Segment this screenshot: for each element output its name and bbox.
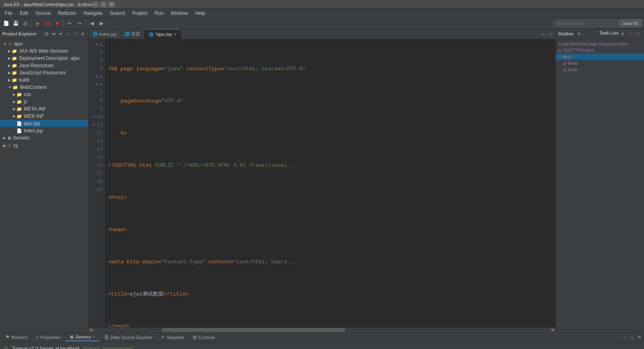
bottom-panel-controls: ─ □ ✕ [621, 334, 642, 341]
print-button[interactable]: 🖨 [21, 19, 30, 28]
outline-icon-body: ◇ [563, 68, 566, 72]
line-1: 1 [90, 41, 103, 49]
tab-servers[interactable]: 🖥 Servers ✕ [65, 333, 99, 341]
minimize-panel-button[interactable]: ─ [65, 31, 71, 37]
outline-close-button[interactable]: ✕ [576, 31, 582, 37]
tab-datasource[interactable]: 🗄 Data Source Explorer [100, 334, 157, 341]
tab-label-servers: Servers [75, 335, 91, 339]
folder-icon-meta: 📁 [17, 107, 22, 112]
tree-item-web-inf[interactable]: ▶ 📁 WEB-INF [0, 113, 88, 120]
tab-markers[interactable]: ⚑ Markers [2, 333, 31, 341]
menu-window[interactable]: Window [167, 10, 191, 17]
close-button[interactable]: ✕ [108, 2, 115, 7]
bottom-maximize-button[interactable]: □ [629, 334, 635, 341]
bottom-minimize-button[interactable]: ─ [621, 334, 628, 341]
bottom-close-button[interactable]: ✕ [636, 334, 642, 341]
tree-item-ajax[interactable]: ▼ ☆ ajax [0, 40, 88, 47]
save-button[interactable]: 💾 [11, 19, 20, 28]
servers-icon: 🖥 [69, 335, 74, 339]
stop-button[interactable]: ■ [53, 19, 62, 28]
scroll-thumb[interactable] [162, 328, 345, 332]
scroll-track[interactable] [93, 328, 551, 332]
right-minimize-button[interactable]: ─ [628, 31, 634, 37]
line-8: 8 [90, 97, 103, 105]
menu-refactor[interactable]: Refactor [55, 10, 79, 17]
menu-help[interactable]: Help [192, 10, 208, 17]
close-panel-button[interactable]: ✕ [79, 31, 86, 37]
debug-button[interactable]: 🐞 [43, 19, 52, 28]
tab-properties[interactable]: ≡ Properties [32, 334, 65, 341]
editor-maximize-button[interactable]: □ [547, 31, 554, 37]
tasklist-close-button[interactable]: ✕ [619, 31, 625, 37]
tree-label-webcontent: WebContent [20, 84, 47, 90]
menu-source[interactable]: Source [32, 10, 54, 17]
editor-scrollbar[interactable]: ◀ ▶ [89, 327, 555, 332]
right-panel-controls: ─ □ [628, 31, 642, 37]
new-button[interactable]: 📄 [2, 19, 10, 28]
tab-index-jsp[interactable]: 🌐 index.jsp [89, 29, 121, 39]
servers-tab-close[interactable]: ✕ [92, 335, 95, 339]
code-editor[interactable]: <%@ page language="java" contentType="te… [105, 39, 555, 327]
tree-arrow-jax: ▶ [8, 49, 11, 53]
back-button[interactable]: ◀ [87, 19, 96, 28]
menu-navigate[interactable]: Navigate [80, 10, 105, 17]
line-2: 2 [90, 49, 103, 57]
outline-body[interactable]: ◇ body [556, 66, 644, 73]
outline-directive[interactable]: ◇ jsp:directive.page language=java [556, 41, 644, 47]
redo-button[interactable]: ↪ [75, 19, 84, 28]
quick-access-input[interactable] [553, 19, 618, 27]
tab-console[interactable]: ▤ Console [189, 333, 219, 341]
link-with-editor-button[interactable]: ⇌ [50, 31, 57, 37]
tab-homepage[interactable]: 🌐 首页 [121, 29, 144, 39]
tree-item-js-resources[interactable]: ▶ 📁 JavaScript Resources [0, 69, 88, 76]
tab-ajax-jsp[interactable]: 🌐 *ajax.jsp ✕ [144, 29, 181, 39]
tab-label-index: index.jsp [99, 32, 116, 37]
tree-item-deployment[interactable]: ▶ 📁 Deployment Descriptor: ajax [0, 55, 88, 62]
tree-item-index-jsp[interactable]: ▶ 📄 index.jsp [0, 127, 88, 134]
minimize-button[interactable]: ─ [92, 2, 99, 7]
panel-menu-button[interactable]: ▾ [58, 31, 64, 37]
bottom-content: 🖥 Tomcat v7.0 Server at localhost [Start… [0, 342, 644, 349]
tree-item-java-resources[interactable]: ▶ 📁 Java Resources [0, 62, 88, 69]
toolbar-sep-4 [107, 20, 108, 27]
forward-button[interactable]: ▶ [97, 19, 106, 28]
tree-item-webcontent[interactable]: ▼ 📁 WebContent [0, 84, 88, 91]
tree-item-meta-inf[interactable]: ▶ 📁 META-INF [0, 105, 88, 113]
right-panel: Outline ✕ Task List ✕ ─ □ ◇ jsp:directiv… [555, 29, 644, 332]
editor-minimize-button[interactable]: ─ [540, 31, 547, 37]
menu-edit[interactable]: Edit [17, 10, 31, 17]
menu-run[interactable]: Run [151, 10, 167, 17]
tree-item-build[interactable]: ▶ 📁 build [0, 76, 88, 84]
tree-arrow-java-res: ▶ [8, 64, 11, 68]
menu-file[interactable]: File [2, 10, 16, 17]
maximize-panel-button[interactable]: □ [72, 31, 78, 37]
tree-item-css[interactable]: ▶ 📁 css [0, 91, 88, 98]
tree-item-js[interactable]: ▶ 📁 js [0, 98, 88, 105]
run-button[interactable]: ▶ [33, 19, 42, 28]
outline-label-doctype: DOCTYPE:html [563, 48, 594, 53]
perspective-button[interactable]: Java EE [619, 19, 642, 27]
project-icon-zy: ☆ [7, 142, 12, 148]
tab-close-ajax[interactable]: ✕ [173, 32, 177, 37]
window-controls[interactable]: ─ □ ✕ [92, 2, 115, 7]
folder-icon-js: 📁 [17, 99, 22, 105]
right-maximize-button[interactable]: □ [635, 31, 642, 37]
tab-snippets[interactable]: ✂ Snippets [157, 333, 188, 341]
scroll-left-arrow[interactable]: ◀ [89, 328, 93, 333]
maximize-button[interactable]: □ [100, 2, 107, 7]
undo-button[interactable]: ↩ [65, 19, 74, 28]
server-name: Tomcat v7.0 Server at localhost [12, 346, 79, 349]
outline-doctype[interactable]: ◇ DOCTYPE:html [556, 47, 644, 53]
tree-item-jax-ws[interactable]: ▶ 📁 JAX-WS Web Services [0, 47, 88, 55]
tree-item-zy[interactable]: ▶ ☆ zy [0, 142, 88, 149]
line-4: 4 [90, 65, 103, 73]
outline-html[interactable]: ○ html [556, 53, 644, 60]
collapse-all-button[interactable]: ⊟ [43, 31, 50, 37]
menu-search[interactable]: Search [107, 10, 128, 17]
tree-item-ajax-jsp[interactable]: ▶ 📄 ajax.jsp [0, 120, 88, 127]
tasklist-header: Task List ✕ [599, 31, 625, 37]
tree-item-servers[interactable]: ▶ 🖥 Servers [0, 134, 88, 142]
scroll-right-arrow[interactable]: ▶ [551, 328, 555, 333]
outline-head[interactable]: ◇ head [556, 60, 644, 66]
menu-project[interactable]: Project [129, 10, 151, 17]
